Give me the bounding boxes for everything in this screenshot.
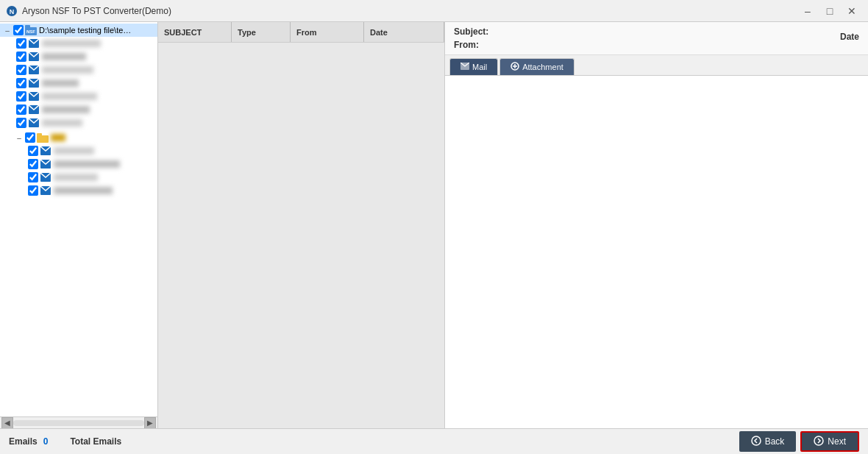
- item-checkbox[interactable]: [28, 159, 38, 169]
- minimize-button[interactable]: –: [797, 4, 818, 18]
- column-header-date[interactable]: Date: [364, 22, 444, 42]
- item-label: [54, 187, 113, 194]
- svg-rect-3: [25, 25, 30, 28]
- mail-icon: [28, 51, 40, 63]
- total-emails-stat: Total Emails: [70, 436, 127, 447]
- expander-icon[interactable]: –: [3, 25, 12, 35]
- item-label: [42, 79, 79, 87]
- scrollbar-track[interactable]: [13, 420, 144, 426]
- maximize-button[interactable]: □: [819, 4, 840, 18]
- back-label: Back: [765, 436, 785, 447]
- tree-item[interactable]: [0, 63, 157, 77]
- window-controls: – □ ✕: [797, 4, 862, 18]
- from-label: From:: [454, 40, 479, 50]
- tree-item[interactable]: [0, 50, 157, 63]
- svg-rect-13: [37, 133, 42, 136]
- item-checkbox[interactable]: [16, 38, 26, 49]
- subject-label: Subject:: [454, 26, 488, 37]
- column-header-type[interactable]: Type: [232, 22, 291, 42]
- tree-item[interactable]: [0, 103, 157, 116]
- item-checkbox[interactable]: [16, 52, 26, 62]
- mail-icon: [40, 171, 51, 183]
- tree-item[interactable]: [0, 144, 157, 157]
- preview-tab-bar: Mail Attachment: [445, 55, 868, 76]
- from-row: From:: [454, 40, 494, 50]
- main-container: – NSF D:\sample testing file\testnsf.n: [0, 22, 868, 454]
- next-label: Next: [828, 436, 846, 447]
- item-checkbox[interactable]: [16, 78, 26, 88]
- item-checkbox[interactable]: [28, 146, 38, 156]
- item-label: [54, 147, 94, 155]
- item-checkbox[interactable]: [16, 65, 26, 75]
- nsf-file-icon: NSF: [25, 24, 37, 36]
- window-title: Aryson NSF To PST Converter(Demo): [22, 6, 797, 16]
- subject-row: Subject:: [454, 26, 494, 37]
- mail-tab-icon: [460, 63, 469, 71]
- column-header-subject[interactable]: SUBJECT: [158, 22, 232, 42]
- bottom-stats: Emails 0 Total Emails: [9, 436, 725, 447]
- folder-icon: [37, 132, 49, 143]
- bottom-buttons: Back Next: [739, 431, 859, 452]
- mail-tab[interactable]: Mail: [449, 58, 498, 75]
- tree-item[interactable]: [0, 37, 157, 50]
- email-list-body: [158, 43, 444, 428]
- emails-stat: Emails 0: [9, 436, 48, 447]
- tree-root-item[interactable]: – NSF D:\sample testing file\testnsf.n: [0, 24, 157, 37]
- folder-tree[interactable]: – NSF D:\sample testing file\testnsf.n: [0, 22, 157, 416]
- folder-expander-icon[interactable]: –: [15, 132, 24, 143]
- item-label: [42, 53, 86, 60]
- column-header-from[interactable]: From: [291, 22, 364, 42]
- item-checkbox[interactable]: [16, 104, 26, 115]
- tree-item[interactable]: [0, 90, 157, 103]
- tree-item[interactable]: [0, 116, 157, 130]
- tree-folder-item[interactable]: –: [0, 131, 157, 144]
- attachment-tab[interactable]: Attachment: [499, 58, 574, 75]
- horizontal-scrollbar[interactable]: ◀ ▶: [0, 416, 157, 428]
- mail-tab-label: Mail: [472, 63, 487, 71]
- item-checkbox[interactable]: [28, 185, 38, 196]
- tree-item[interactable]: [0, 77, 157, 90]
- item-label: [42, 93, 97, 100]
- svg-text:NSF: NSF: [26, 29, 35, 34]
- tree-item[interactable]: [0, 171, 157, 184]
- preview-body: [445, 76, 868, 428]
- item-label: [42, 106, 90, 113]
- svg-point-23: [814, 436, 823, 445]
- item-label: [42, 40, 101, 47]
- left-panel: – NSF D:\sample testing file\testnsf.n: [0, 22, 158, 428]
- tree-item[interactable]: [0, 184, 157, 197]
- folder-checkbox[interactable]: [25, 132, 35, 143]
- item-label: [42, 66, 93, 74]
- email-list-header: SUBJECT Type From Date: [158, 22, 444, 43]
- item-checkbox[interactable]: [16, 91, 26, 102]
- mail-icon: [28, 91, 40, 102]
- next-button[interactable]: Next: [800, 431, 859, 452]
- attachment-tab-icon: [511, 62, 519, 72]
- close-button[interactable]: ✕: [842, 4, 862, 18]
- item-checkbox[interactable]: [28, 172, 38, 182]
- app-icon: N: [6, 5, 18, 17]
- item-label: [54, 174, 98, 181]
- svg-text:N: N: [10, 8, 15, 15]
- emails-count: 0: [43, 436, 49, 447]
- preview-meta: Subject: From:: [454, 26, 494, 50]
- date-label: Date: [840, 32, 859, 42]
- tree-item[interactable]: [0, 157, 157, 171]
- root-checkbox[interactable]: [13, 25, 24, 35]
- bottom-bar: Emails 0 Total Emails Back Next: [0, 428, 868, 454]
- back-button[interactable]: Back: [739, 431, 797, 452]
- emails-label: Emails: [9, 436, 38, 447]
- folder-label: [51, 134, 65, 141]
- mail-icon: [28, 77, 40, 89]
- attachment-tab-label: Attachment: [522, 63, 563, 71]
- mail-icon: [28, 38, 40, 49]
- item-label: [54, 160, 120, 168]
- scroll-left-button[interactable]: ◀: [1, 417, 13, 429]
- title-bar: N Aryson NSF To PST Converter(Demo) – □ …: [0, 0, 868, 22]
- back-icon: [751, 436, 761, 448]
- svg-rect-12: [37, 135, 49, 143]
- item-checkbox[interactable]: [16, 118, 26, 128]
- scroll-right-button[interactable]: ▶: [144, 417, 156, 429]
- preview-panel: Subject: From: Date: [445, 22, 868, 428]
- mail-icon: [40, 158, 51, 170]
